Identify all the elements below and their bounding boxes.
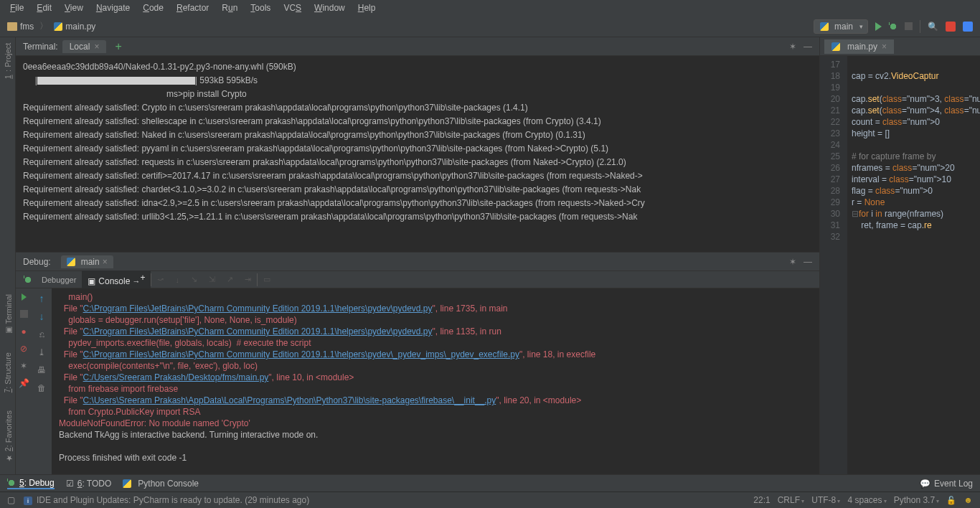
breadcrumb-file[interactable]: main.py	[54, 22, 95, 32]
mute-breakpoints-icon[interactable]: ⊘	[19, 343, 29, 354]
python-icon	[820, 22, 829, 31]
status-corner-icon[interactable]: ▢	[7, 495, 15, 505]
terminal-tab-local[interactable]: Local×	[62, 40, 107, 53]
folder-icon	[7, 22, 17, 31]
close-icon[interactable]: ×	[103, 257, 108, 267]
new-terminal-button[interactable]: +	[110, 40, 126, 53]
rerun-icon[interactable]	[20, 276, 36, 284]
editor-tab-label: main.py	[847, 42, 877, 52]
debug-run-controls: ● ⊘ ✶ 📌	[16, 288, 32, 474]
up-stack-icon[interactable]: ↑	[37, 293, 47, 304]
debug-toolbar: Debugger ▣Console →+ ⤻ ↓ ↘ ⇲ ↗ ⇥ ▭	[16, 271, 819, 288]
speech-icon: 💬	[920, 479, 930, 489]
close-icon[interactable]: ×	[94, 42, 99, 52]
minimize-icon[interactable]: —	[804, 42, 812, 52]
minimize-icon[interactable]: —	[804, 257, 812, 267]
status-interpreter[interactable]: Python 3.7	[894, 495, 940, 505]
debug-button[interactable]	[889, 22, 897, 31]
terminal-output[interactable]: 0eea6eeaa9c39ddb89a40/Naked-0.1.31-py2.p…	[16, 56, 819, 252]
debug-config-tab[interactable]: main×	[61, 255, 113, 268]
readonly-lock-icon[interactable]: 🔓	[946, 496, 956, 505]
print-icon[interactable]: 🖶	[37, 364, 47, 375]
breadcrumb-folder[interactable]: fms	[7, 22, 34, 32]
menu-code[interactable]: Code	[137, 1, 169, 14]
editor-tabs: main.py×	[820, 37, 980, 56]
run-config-select[interactable]: main	[814, 19, 868, 34]
tab-python-console[interactable]: Python Console	[123, 479, 199, 489]
status-line-separator[interactable]: CRLF	[778, 495, 805, 505]
debugger-tab[interactable]: Debugger	[36, 273, 82, 286]
debug-body-row: ● ⊘ ✶ 📌 ↑ ↓ ⎌ ⤓ 🖶 🗑 main() File "C:\Prog…	[16, 288, 819, 474]
python-console-label: Python Console	[138, 479, 199, 489]
breadcrumb: fms 〉 main.py	[7, 20, 95, 32]
google-red-icon[interactable]	[946, 22, 956, 32]
menu-view[interactable]: View	[59, 1, 89, 14]
step-out-icon[interactable]: ↗	[221, 273, 239, 286]
console-tab[interactable]: ▣Console →+	[82, 271, 151, 288]
python-file-icon	[54, 22, 62, 31]
menu-tools[interactable]: Tools	[245, 1, 276, 14]
view-breakpoints-icon[interactable]: ●	[19, 326, 29, 337]
resume-icon[interactable]	[19, 291, 29, 302]
google-blue-icon[interactable]	[963, 22, 973, 32]
status-hector-icon[interactable]: ☻	[963, 495, 973, 505]
terminal-tab-label: Local	[70, 42, 90, 52]
editor-body[interactable]: 17181920212223242526272829303132 cap = c…	[820, 56, 980, 474]
menu-edit[interactable]: Edit	[31, 1, 57, 14]
menu-navigate[interactable]: Navigate	[90, 1, 136, 14]
breadcrumb-file-label: main.py	[65, 22, 95, 32]
menu-window[interactable]: Window	[308, 1, 351, 14]
editor-code[interactable]: cap = cv2.VideoCaptur cap.set(class="num…	[847, 56, 980, 474]
terminal-title: Terminal:	[23, 42, 58, 52]
pin-icon[interactable]: 📌	[19, 377, 29, 388]
scroll-end-icon[interactable]: ⤓	[37, 347, 47, 357]
down-stack-icon[interactable]: ↓	[37, 311, 47, 321]
terminal-header: Terminal: Local× + ✶ —	[16, 37, 819, 56]
status-message[interactable]: iIDE and Plugin Updates: PyCharm is read…	[24, 495, 309, 505]
stop-icon[interactable]	[19, 309, 29, 319]
run-config-label: main	[834, 22, 853, 32]
tab-project[interactable]: 1: Project	[4, 43, 12, 79]
bottom-toolwindow-bar: 5: Debug ☑6: TODO Python Console 💬Event …	[0, 474, 980, 491]
tab-terminal-side[interactable]: ▣ Terminal	[4, 294, 13, 335]
step-into-icon[interactable]: ↓	[169, 273, 185, 286]
step-over-icon[interactable]: ⤻	[151, 273, 169, 286]
menu-run[interactable]: Run	[216, 1, 243, 14]
debug-header: Debug: main× ✶ —	[16, 253, 819, 271]
center-column: Terminal: Local× + ✶ — 0eea6eeaa9c39ddb8…	[16, 37, 819, 474]
run-button[interactable]	[875, 22, 882, 31]
debug-console[interactable]: main() File "C:\Program Files\JetBrains\…	[52, 288, 819, 474]
tab-event-log[interactable]: 💬Event Log	[920, 479, 973, 489]
menu-file[interactable]: File	[4, 1, 29, 14]
debug-panel: Debug: main× ✶ — Debugger ▣Console →+ ⤻ …	[16, 252, 819, 474]
status-encoding[interactable]: UTF-8	[811, 495, 840, 505]
settings-icon[interactable]: ✶	[789, 42, 796, 52]
event-log-label: Event Log	[934, 479, 973, 489]
settings-icon[interactable]: ✶	[789, 257, 796, 267]
settings-icon[interactable]: ✶	[19, 360, 29, 371]
tab-debug[interactable]: 5: Debug	[7, 478, 55, 489]
status-indent[interactable]: 4 spaces	[847, 495, 886, 505]
python-icon	[123, 479, 131, 488]
status-bar: ▢ iIDE and Plugin Updates: PyCharm is re…	[0, 491, 980, 508]
editor-tab-mainpy[interactable]: main.py×	[824, 39, 894, 54]
python-file-icon	[831, 42, 840, 51]
search-everywhere-icon[interactable]: 🔍	[928, 22, 938, 32]
tab-todo[interactable]: ☑6: TODO	[66, 479, 112, 489]
close-icon[interactable]: ×	[882, 42, 887, 52]
menu-vcs[interactable]: VCS	[278, 1, 307, 14]
separator	[920, 20, 920, 33]
tab-favorites[interactable]: ★ 2: Favorites	[4, 410, 13, 463]
run-to-cursor-icon[interactable]: ⇥	[239, 273, 257, 286]
step-into-my-icon[interactable]: ↘	[185, 273, 203, 286]
editor-gutter: 17181920212223242526272829303132	[820, 56, 847, 474]
terminal-body: 0eea6eeaa9c39ddb89a40/Naked-0.1.31-py2.p…	[16, 56, 819, 252]
menu-refactor[interactable]: Refactor	[171, 1, 215, 14]
tab-structure[interactable]: 7: Structure	[4, 352, 12, 392]
force-step-icon[interactable]: ⇲	[203, 273, 221, 286]
menu-help[interactable]: Help	[352, 1, 382, 14]
soft-wrap-icon[interactable]: ⎌	[37, 329, 47, 339]
evaluate-icon[interactable]: ▭	[258, 273, 276, 286]
stop-button[interactable]	[905, 22, 913, 30]
clear-icon[interactable]: 🗑	[37, 382, 47, 393]
